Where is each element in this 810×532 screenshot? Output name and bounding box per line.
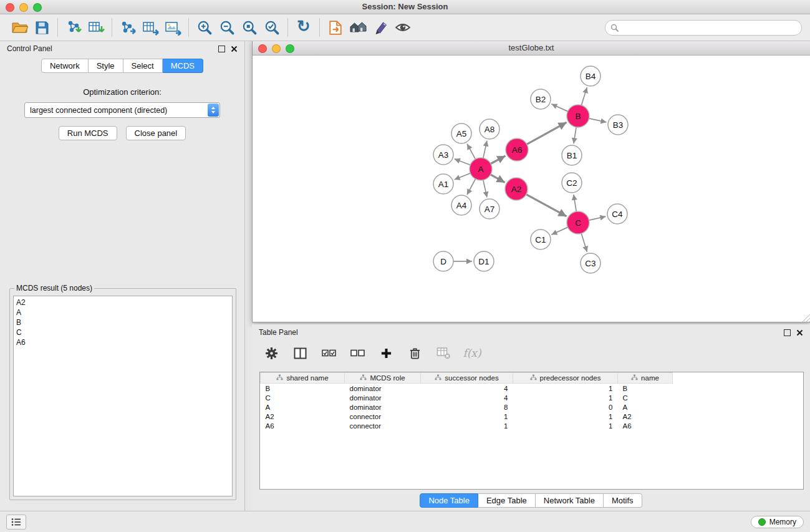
tab-mcds[interactable]: MCDS <box>163 59 203 73</box>
node-A6[interactable]: A6 <box>506 138 528 161</box>
column-header-successor-nodes[interactable]: successor nodes <box>421 373 513 384</box>
cell-shared-name[interactable]: A6 <box>261 421 345 430</box>
zoom-fit-icon[interactable] <box>238 17 261 37</box>
tab-node-table[interactable]: Node Table <box>420 493 478 508</box>
search-input[interactable] <box>622 22 796 32</box>
first-neighbors-icon[interactable] <box>347 17 369 37</box>
mcds-result-list[interactable]: A2ABCA6 <box>13 296 233 496</box>
node-B3[interactable]: B3 <box>608 115 628 135</box>
network-canvas[interactable]: B4B2BB3A5A8A6A3B1AA1C2A2A4A7C4CC1C3DD1 <box>253 56 810 322</box>
import-table-icon[interactable] <box>85 17 107 37</box>
cell-successor-nodes[interactable]: 8 <box>421 402 513 412</box>
node-A7[interactable]: A7 <box>480 199 499 219</box>
cell-predecessor-nodes[interactable]: 1 <box>513 393 618 402</box>
zoom-in-icon[interactable] <box>193 17 216 37</box>
function-builder-icon[interactable]: f(x) <box>464 346 480 360</box>
export-network-icon[interactable] <box>117 17 139 37</box>
node-D1[interactable]: D1 <box>474 251 494 271</box>
node-D[interactable]: D <box>433 251 453 271</box>
result-item-a6[interactable]: A6 <box>16 337 229 347</box>
add-column-icon[interactable] <box>378 346 394 360</box>
result-item-b[interactable]: B <box>16 317 229 327</box>
cell-shared-name[interactable]: C <box>261 393 345 402</box>
edge-C-C3[interactable] <box>581 233 587 252</box>
network-window-titlebar[interactable]: testGlobe.txt <box>253 41 810 56</box>
cell-name[interactable]: A2 <box>618 412 673 421</box>
table-row-a2[interactable]: A2connector11A2 <box>261 412 804 421</box>
tab-style[interactable]: Style <box>89 59 123 73</box>
node-C4[interactable]: C4 <box>607 204 627 224</box>
table-row-c[interactable]: Cdominator41C <box>261 393 804 402</box>
tab-network-table[interactable]: Network Table <box>536 493 604 508</box>
edge-A-A6[interactable] <box>491 156 506 164</box>
cell-predecessor-nodes[interactable]: 1 <box>513 384 618 394</box>
zoom-out-icon[interactable] <box>216 17 238 37</box>
edge-B-B4[interactable] <box>581 87 587 105</box>
node-B[interactable]: B <box>567 105 589 127</box>
edge-A-A5[interactable] <box>467 144 475 159</box>
result-item-c[interactable]: C <box>16 327 229 337</box>
import-network-icon[interactable] <box>62 17 85 37</box>
cell-successor-nodes[interactable]: 4 <box>421 393 513 402</box>
node-A8[interactable]: A8 <box>480 119 499 139</box>
close-panel-button[interactable]: Close panel <box>126 126 186 140</box>
edge-A2-C[interactable] <box>526 195 567 216</box>
task-history-button[interactable] <box>6 515 26 530</box>
cell-name[interactable]: B <box>618 384 673 394</box>
criterion-dropdown[interactable]: largest connected component (directed) <box>24 102 220 118</box>
node-B1[interactable]: B1 <box>562 145 582 165</box>
table-row-a[interactable]: Adominator80A <box>261 402 804 412</box>
node-B4[interactable]: B4 <box>581 66 600 86</box>
result-item-a2[interactable]: A2 <box>16 297 229 307</box>
float-panel-icon[interactable] <box>218 46 225 52</box>
network-graph[interactable]: B4B2BB3A5A8A6A3B1AA1C2A2A4A7C4CC1C3DD1 <box>253 56 809 321</box>
deselect-all-icon[interactable] <box>349 346 365 360</box>
result-item-a[interactable]: A <box>16 307 229 317</box>
delete-column-icon[interactable] <box>407 346 423 360</box>
apply-layout-icon[interactable]: ↻ <box>292 17 315 37</box>
tab-select[interactable]: Select <box>123 59 163 73</box>
edge-C-C4[interactable] <box>589 216 606 220</box>
close-panel-icon[interactable] <box>231 46 238 52</box>
edge-A-A2[interactable] <box>491 175 505 183</box>
show-graphics-details-icon[interactable] <box>392 17 414 37</box>
export-image-icon[interactable] <box>162 17 184 37</box>
cell-successor-nodes[interactable]: 1 <box>421 412 513 421</box>
tab-network[interactable]: Network <box>41 59 89 73</box>
node-A4[interactable]: A4 <box>451 195 471 215</box>
edge-B-B1[interactable] <box>574 127 576 143</box>
cell-mcds-role[interactable]: connector <box>345 412 421 421</box>
select-all-icon[interactable] <box>321 346 337 360</box>
table-row-a6[interactable]: A6connector11A6 <box>261 421 804 430</box>
node-C[interactable]: C <box>567 211 589 234</box>
open-session-icon[interactable] <box>8 17 31 37</box>
open-document-icon[interactable] <box>324 17 347 37</box>
cell-name[interactable]: C <box>618 393 673 402</box>
node-C2[interactable]: C2 <box>562 173 582 193</box>
cell-mcds-role[interactable]: connector <box>345 421 421 430</box>
gear-icon[interactable] <box>263 346 279 360</box>
column-header-shared-name[interactable]: shared name <box>261 373 345 384</box>
edge-A-A3[interactable] <box>455 159 470 165</box>
node-A2[interactable]: A2 <box>505 178 528 200</box>
export-table-icon[interactable] <box>139 17 162 37</box>
cell-predecessor-nodes[interactable]: 0 <box>513 402 618 412</box>
edge-A-A8[interactable] <box>483 141 487 158</box>
tab-edge-table[interactable]: Edge Table <box>478 493 536 508</box>
column-header-predecessor-nodes[interactable]: predecessor nodes <box>513 373 618 384</box>
table-row-b[interactable]: Bdominator41B <box>261 384 804 394</box>
cell-successor-nodes[interactable]: 1 <box>421 421 513 430</box>
node-B2[interactable]: B2 <box>531 89 551 109</box>
node-C1[interactable]: C1 <box>531 230 551 249</box>
cell-shared-name[interactable]: B <box>261 384 345 394</box>
cell-predecessor-nodes[interactable]: 1 <box>513 412 618 421</box>
split-columns-icon[interactable] <box>292 346 308 360</box>
save-session-icon[interactable] <box>31 17 53 37</box>
column-header-name[interactable]: name <box>618 373 673 384</box>
dropdown-stepper-icon[interactable] <box>208 104 219 117</box>
node-A[interactable]: A <box>470 158 492 180</box>
zoom-selected-icon[interactable] <box>261 17 283 37</box>
close-table-panel-icon[interactable] <box>796 329 803 336</box>
delete-table-icon[interactable] <box>435 346 451 360</box>
edge-C-C1[interactable] <box>551 227 567 235</box>
